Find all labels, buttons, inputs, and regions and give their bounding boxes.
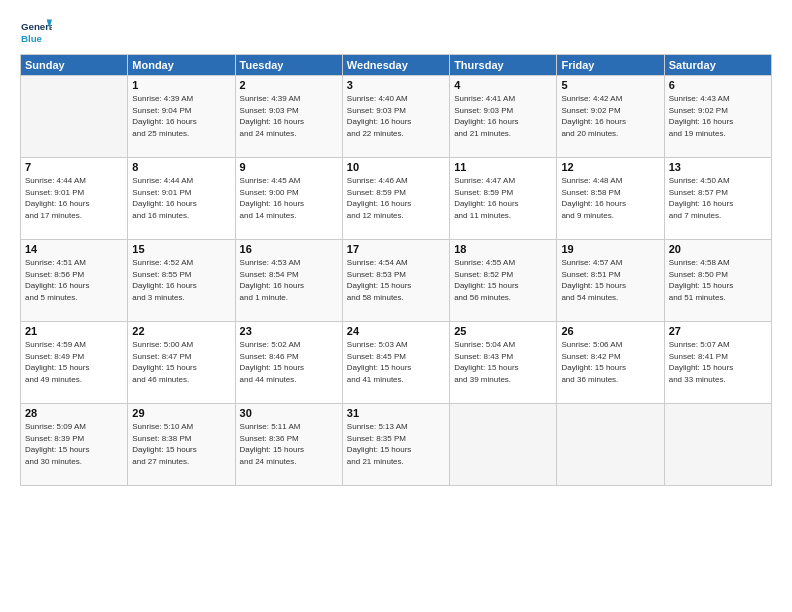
week-row-1: 7Sunrise: 4:44 AM Sunset: 9:01 PM Daylig… <box>21 158 772 240</box>
day-info: Sunrise: 4:54 AM Sunset: 8:53 PM Dayligh… <box>347 257 445 303</box>
calendar-cell: 4Sunrise: 4:41 AM Sunset: 9:03 PM Daylig… <box>450 76 557 158</box>
weekday-header-tuesday: Tuesday <box>235 55 342 76</box>
day-number: 24 <box>347 325 445 337</box>
day-info: Sunrise: 4:53 AM Sunset: 8:54 PM Dayligh… <box>240 257 338 303</box>
day-info: Sunrise: 4:41 AM Sunset: 9:03 PM Dayligh… <box>454 93 552 139</box>
calendar-cell: 24Sunrise: 5:03 AM Sunset: 8:45 PM Dayli… <box>342 322 449 404</box>
header: General Blue <box>20 16 772 48</box>
weekday-header-friday: Friday <box>557 55 664 76</box>
day-number: 3 <box>347 79 445 91</box>
day-info: Sunrise: 5:13 AM Sunset: 8:35 PM Dayligh… <box>347 421 445 467</box>
calendar-cell: 19Sunrise: 4:57 AM Sunset: 8:51 PM Dayli… <box>557 240 664 322</box>
day-info: Sunrise: 4:40 AM Sunset: 9:03 PM Dayligh… <box>347 93 445 139</box>
calendar-cell: 13Sunrise: 4:50 AM Sunset: 8:57 PM Dayli… <box>664 158 771 240</box>
calendar-cell: 30Sunrise: 5:11 AM Sunset: 8:36 PM Dayli… <box>235 404 342 486</box>
calendar-page: General Blue SundayMondayTuesdayWednesda… <box>0 0 792 612</box>
calendar-table: SundayMondayTuesdayWednesdayThursdayFrid… <box>20 54 772 486</box>
day-number: 11 <box>454 161 552 173</box>
weekday-header-row: SundayMondayTuesdayWednesdayThursdayFrid… <box>21 55 772 76</box>
day-info: Sunrise: 5:06 AM Sunset: 8:42 PM Dayligh… <box>561 339 659 385</box>
day-number: 4 <box>454 79 552 91</box>
day-info: Sunrise: 4:46 AM Sunset: 8:59 PM Dayligh… <box>347 175 445 221</box>
week-row-2: 14Sunrise: 4:51 AM Sunset: 8:56 PM Dayli… <box>21 240 772 322</box>
day-number: 18 <box>454 243 552 255</box>
calendar-cell: 31Sunrise: 5:13 AM Sunset: 8:35 PM Dayli… <box>342 404 449 486</box>
weekday-header-wednesday: Wednesday <box>342 55 449 76</box>
logo: General Blue <box>20 16 52 48</box>
day-number: 6 <box>669 79 767 91</box>
day-number: 29 <box>132 407 230 419</box>
day-info: Sunrise: 5:04 AM Sunset: 8:43 PM Dayligh… <box>454 339 552 385</box>
day-number: 28 <box>25 407 123 419</box>
calendar-cell: 1Sunrise: 4:39 AM Sunset: 9:04 PM Daylig… <box>128 76 235 158</box>
day-info: Sunrise: 4:44 AM Sunset: 9:01 PM Dayligh… <box>132 175 230 221</box>
calendar-cell: 28Sunrise: 5:09 AM Sunset: 8:39 PM Dayli… <box>21 404 128 486</box>
day-number: 5 <box>561 79 659 91</box>
weekday-header-saturday: Saturday <box>664 55 771 76</box>
day-number: 25 <box>454 325 552 337</box>
day-info: Sunrise: 5:03 AM Sunset: 8:45 PM Dayligh… <box>347 339 445 385</box>
weekday-header-thursday: Thursday <box>450 55 557 76</box>
weekday-header-monday: Monday <box>128 55 235 76</box>
calendar-cell <box>557 404 664 486</box>
svg-text:General: General <box>21 21 52 32</box>
logo-icon: General Blue <box>20 16 52 48</box>
day-number: 14 <box>25 243 123 255</box>
calendar-cell: 15Sunrise: 4:52 AM Sunset: 8:55 PM Dayli… <box>128 240 235 322</box>
calendar-cell: 26Sunrise: 5:06 AM Sunset: 8:42 PM Dayli… <box>557 322 664 404</box>
day-info: Sunrise: 5:10 AM Sunset: 8:38 PM Dayligh… <box>132 421 230 467</box>
calendar-cell: 2Sunrise: 4:39 AM Sunset: 9:03 PM Daylig… <box>235 76 342 158</box>
calendar-cell: 14Sunrise: 4:51 AM Sunset: 8:56 PM Dayli… <box>21 240 128 322</box>
calendar-cell: 6Sunrise: 4:43 AM Sunset: 9:02 PM Daylig… <box>664 76 771 158</box>
calendar-cell: 20Sunrise: 4:58 AM Sunset: 8:50 PM Dayli… <box>664 240 771 322</box>
week-row-3: 21Sunrise: 4:59 AM Sunset: 8:49 PM Dayli… <box>21 322 772 404</box>
calendar-cell: 21Sunrise: 4:59 AM Sunset: 8:49 PM Dayli… <box>21 322 128 404</box>
week-row-4: 28Sunrise: 5:09 AM Sunset: 8:39 PM Dayli… <box>21 404 772 486</box>
day-info: Sunrise: 5:11 AM Sunset: 8:36 PM Dayligh… <box>240 421 338 467</box>
calendar-cell: 25Sunrise: 5:04 AM Sunset: 8:43 PM Dayli… <box>450 322 557 404</box>
calendar-cell: 12Sunrise: 4:48 AM Sunset: 8:58 PM Dayli… <box>557 158 664 240</box>
day-number: 19 <box>561 243 659 255</box>
calendar-cell: 11Sunrise: 4:47 AM Sunset: 8:59 PM Dayli… <box>450 158 557 240</box>
day-info: Sunrise: 4:48 AM Sunset: 8:58 PM Dayligh… <box>561 175 659 221</box>
day-number: 16 <box>240 243 338 255</box>
day-info: Sunrise: 4:39 AM Sunset: 9:03 PM Dayligh… <box>240 93 338 139</box>
day-info: Sunrise: 4:44 AM Sunset: 9:01 PM Dayligh… <box>25 175 123 221</box>
calendar-cell: 5Sunrise: 4:42 AM Sunset: 9:02 PM Daylig… <box>557 76 664 158</box>
calendar-cell: 22Sunrise: 5:00 AM Sunset: 8:47 PM Dayli… <box>128 322 235 404</box>
calendar-cell <box>664 404 771 486</box>
calendar-cell: 23Sunrise: 5:02 AM Sunset: 8:46 PM Dayli… <box>235 322 342 404</box>
calendar-cell <box>450 404 557 486</box>
day-number: 27 <box>669 325 767 337</box>
calendar-cell: 29Sunrise: 5:10 AM Sunset: 8:38 PM Dayli… <box>128 404 235 486</box>
calendar-cell: 18Sunrise: 4:55 AM Sunset: 8:52 PM Dayli… <box>450 240 557 322</box>
day-info: Sunrise: 4:52 AM Sunset: 8:55 PM Dayligh… <box>132 257 230 303</box>
calendar-cell: 27Sunrise: 5:07 AM Sunset: 8:41 PM Dayli… <box>664 322 771 404</box>
day-number: 9 <box>240 161 338 173</box>
day-info: Sunrise: 4:50 AM Sunset: 8:57 PM Dayligh… <box>669 175 767 221</box>
day-number: 10 <box>347 161 445 173</box>
day-number: 8 <box>132 161 230 173</box>
day-number: 31 <box>347 407 445 419</box>
day-info: Sunrise: 5:07 AM Sunset: 8:41 PM Dayligh… <box>669 339 767 385</box>
day-info: Sunrise: 4:57 AM Sunset: 8:51 PM Dayligh… <box>561 257 659 303</box>
weekday-header-sunday: Sunday <box>21 55 128 76</box>
day-info: Sunrise: 5:09 AM Sunset: 8:39 PM Dayligh… <box>25 421 123 467</box>
calendar-cell: 9Sunrise: 4:45 AM Sunset: 9:00 PM Daylig… <box>235 158 342 240</box>
day-info: Sunrise: 4:43 AM Sunset: 9:02 PM Dayligh… <box>669 93 767 139</box>
day-number: 22 <box>132 325 230 337</box>
day-number: 13 <box>669 161 767 173</box>
day-info: Sunrise: 4:45 AM Sunset: 9:00 PM Dayligh… <box>240 175 338 221</box>
day-info: Sunrise: 4:51 AM Sunset: 8:56 PM Dayligh… <box>25 257 123 303</box>
week-row-0: 1Sunrise: 4:39 AM Sunset: 9:04 PM Daylig… <box>21 76 772 158</box>
day-number: 17 <box>347 243 445 255</box>
day-info: Sunrise: 4:42 AM Sunset: 9:02 PM Dayligh… <box>561 93 659 139</box>
calendar-cell: 7Sunrise: 4:44 AM Sunset: 9:01 PM Daylig… <box>21 158 128 240</box>
day-info: Sunrise: 5:00 AM Sunset: 8:47 PM Dayligh… <box>132 339 230 385</box>
day-number: 12 <box>561 161 659 173</box>
calendar-cell: 17Sunrise: 4:54 AM Sunset: 8:53 PM Dayli… <box>342 240 449 322</box>
day-number: 15 <box>132 243 230 255</box>
svg-text:Blue: Blue <box>21 33 43 44</box>
day-number: 26 <box>561 325 659 337</box>
day-number: 1 <box>132 79 230 91</box>
